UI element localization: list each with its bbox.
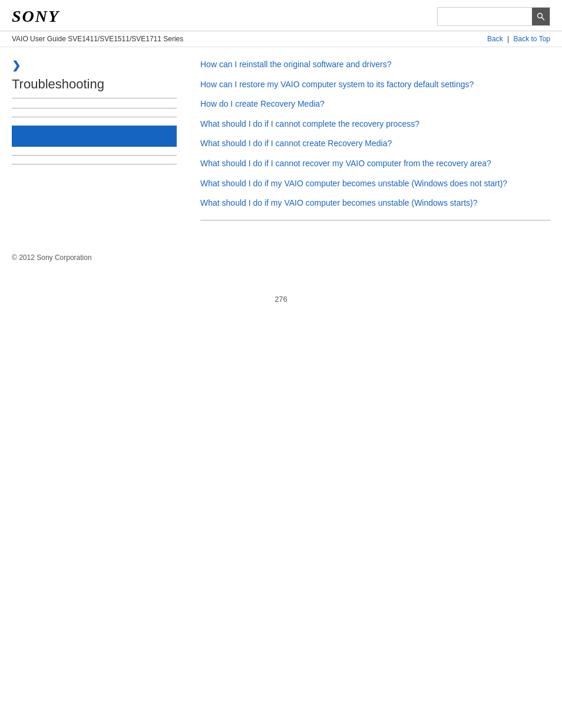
sidebar-arrow: ❯	[12, 59, 177, 72]
content-links: How can I reinstall the original softwar…	[200, 59, 550, 209]
list-item: What should I do if my VAIO computer bec…	[200, 197, 550, 209]
link-unstable-starts[interactable]: What should I do if my VAIO computer bec…	[200, 198, 477, 207]
search-icon	[537, 12, 545, 21]
svg-point-0	[538, 14, 543, 18]
nav-links: Back | Back to Top	[487, 35, 550, 43]
sidebar-title: Troubleshooting	[12, 77, 177, 98]
content-divider	[200, 220, 550, 220]
nav-separator: |	[507, 35, 511, 43]
link-unstable-no-start[interactable]: What should I do if my VAIO computer bec…	[200, 179, 507, 188]
svg-line-1	[542, 18, 545, 21]
sony-logo: SONY	[12, 7, 59, 26]
content-area: How can I reinstall the original softwar…	[189, 59, 550, 231]
page-header: SONY	[0, 0, 562, 31]
back-to-top-link[interactable]: Back to Top	[514, 35, 550, 43]
copyright: © 2012 Sony Corporation	[12, 253, 92, 262]
list-item: How do I create Recovery Media?	[200, 98, 550, 110]
search-box	[437, 7, 550, 26]
list-item: What should I do if I cannot create Reco…	[200, 138, 550, 150]
link-cannot-recover[interactable]: What should I do if I cannot recover my …	[200, 159, 491, 168]
sidebar-divider-1	[12, 108, 177, 108]
sidebar-divider-3	[12, 155, 177, 156]
search-button[interactable]	[532, 8, 550, 25]
list-item: What should I do if I cannot complete th…	[200, 118, 550, 130]
page-number: 276	[0, 295, 562, 315]
link-restore[interactable]: How can I restore my VAIO computer syste…	[200, 80, 474, 89]
list-item: How can I restore my VAIO computer syste…	[200, 79, 550, 91]
link-cannot-complete[interactable]: What should I do if I cannot complete th…	[200, 119, 419, 129]
list-item: What should I do if I cannot recover my …	[200, 158, 550, 170]
footer: © 2012 Sony Corporation	[0, 243, 562, 271]
sidebar: ❯ Troubleshooting	[12, 59, 189, 231]
list-item: What should I do if my VAIO computer bec…	[200, 178, 550, 190]
link-cannot-create[interactable]: What should I do if I cannot create Reco…	[200, 139, 392, 148]
back-link[interactable]: Back	[487, 35, 503, 43]
search-input[interactable]	[438, 8, 532, 25]
link-create-media[interactable]: How do I create Recovery Media?	[200, 99, 325, 108]
sidebar-divider-2	[12, 117, 177, 117]
list-item: How can I reinstall the original softwar…	[200, 59, 550, 71]
link-reinstall[interactable]: How can I reinstall the original softwar…	[200, 60, 392, 69]
nav-bar: VAIO User Guide SVE1411/SVE1511/SVE1711 …	[0, 31, 562, 47]
guide-title: VAIO User Guide SVE1411/SVE1511/SVE1711 …	[12, 35, 183, 43]
sidebar-highlight	[12, 126, 177, 147]
sidebar-divider-4	[12, 164, 177, 164]
main-content: ❯ Troubleshooting How can I reinstall th…	[0, 47, 562, 243]
